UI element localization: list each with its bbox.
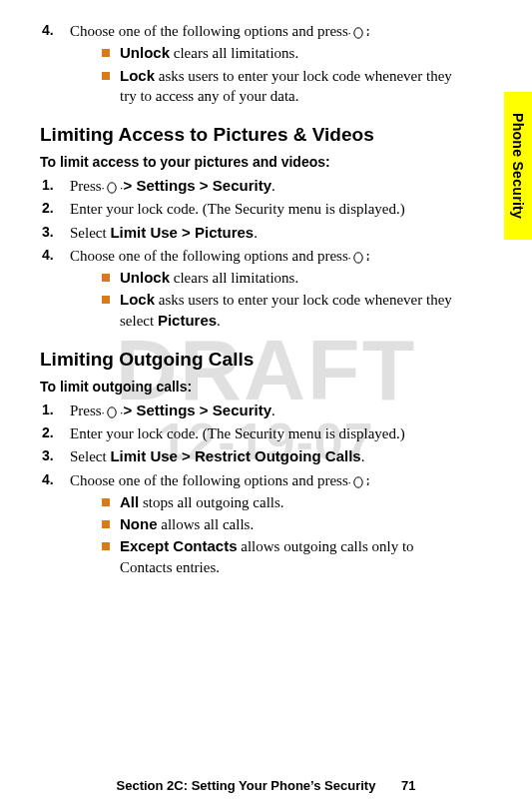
bullet-bold: Unlock xyxy=(120,44,170,61)
b-bullet-none: None allows all calls. xyxy=(102,514,492,534)
square-bullet-icon xyxy=(102,274,110,282)
b-step-4: 4. Choose one of the following options a… xyxy=(42,470,492,490)
a-bullet-lock: Lock asks users to enter your lock code … xyxy=(102,290,492,331)
page-content: 4. Choose one of the following options a… xyxy=(40,21,492,577)
square-bullet-icon xyxy=(102,49,110,57)
square-bullet-icon xyxy=(102,542,110,550)
ok-key-icon xyxy=(351,25,365,41)
svg-point-0 xyxy=(354,28,362,38)
square-bullet-icon xyxy=(102,72,110,80)
svg-point-3 xyxy=(108,407,116,417)
bullet-lock-top: Lock asks users to enter your lock code … xyxy=(102,66,492,107)
heading-pictures-videos: Limiting Access to Pictures & Videos xyxy=(40,124,492,146)
subhead-outgoing: To limit outgoing calls: xyxy=(40,379,492,395)
svg-point-2 xyxy=(354,253,362,263)
ok-key-icon xyxy=(351,250,365,266)
b-step-2: 2. Enter your lock code. (The Security m… xyxy=(42,423,492,443)
bullet-bold: Lock xyxy=(120,67,155,84)
ok-key-icon xyxy=(105,405,119,420)
b-bullet-all: All stops all outgoing calls. xyxy=(102,492,492,512)
step-text: Choose one of the following options and … xyxy=(70,21,492,41)
square-bullet-icon xyxy=(102,296,110,304)
svg-point-1 xyxy=(108,183,116,193)
a-step-1: 1. Press > Settings > Security. xyxy=(42,176,492,196)
footer-text: Section 2C: Setting Your Phone’s Securit… xyxy=(117,778,376,793)
b-step-1: 1. Press > Settings > Security. xyxy=(42,401,492,420)
step-4-top: 4. Choose one of the following options a… xyxy=(42,21,492,41)
ok-key-icon xyxy=(351,474,365,490)
svg-point-4 xyxy=(354,476,362,486)
a-step-4: 4. Choose one of the following options a… xyxy=(42,246,492,266)
b-step-3: 3. Select Limit Use > Restrict Outgoing … xyxy=(42,446,492,466)
step-number: 4. xyxy=(42,21,70,40)
square-bullet-icon xyxy=(102,498,110,506)
b-bullet-except-contacts: Except Contacts allows outgoing calls on… xyxy=(102,536,492,577)
a-step-2: 2. Enter your lock code. (The Security m… xyxy=(42,199,492,219)
ok-key-icon xyxy=(105,180,119,196)
a-bullet-unlock: Unlock clears all limitations. xyxy=(102,268,492,288)
page-footer: Section 2C: Setting Your Phone’s Securit… xyxy=(0,778,532,793)
subhead-pictures: To limit access to your pictures and vid… xyxy=(40,154,492,170)
bullet-unlock-top: Unlock clears all limitations. xyxy=(102,43,492,63)
square-bullet-icon xyxy=(102,520,110,528)
a-step-3: 3. Select Limit Use > Pictures. xyxy=(42,223,492,243)
heading-outgoing-calls: Limiting Outgoing Calls xyxy=(40,349,492,371)
page-number: 71 xyxy=(401,778,415,793)
